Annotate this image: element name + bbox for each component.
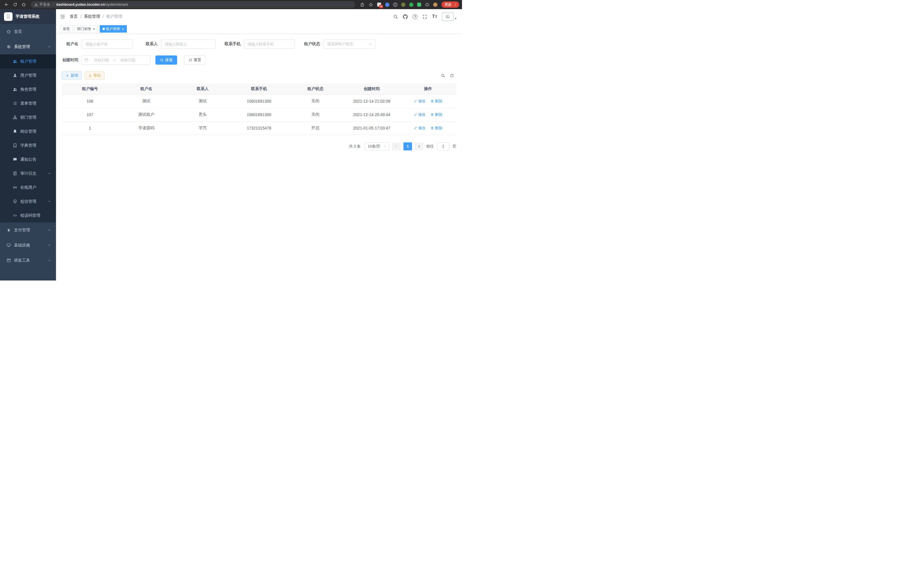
breadcrumb-home[interactable]: 首页 [70, 14, 78, 19]
tab-dept[interactable]: 部门管理 × [74, 25, 98, 33]
sidebar-item-sms[interactable]: 短信管理 [0, 194, 56, 208]
active-tab-dot [103, 28, 105, 30]
delete-link[interactable]: 删除 [430, 99, 442, 104]
breadcrumb-system[interactable]: 系统管理 [84, 14, 100, 19]
tab-home[interactable]: 首页 [60, 25, 73, 33]
sidebar-submenu-system: 租户管理 用户管理 角色管理 菜单管理 部门管理 [0, 54, 56, 223]
delete-link[interactable]: 删除 [430, 112, 442, 117]
search-icon[interactable] [393, 14, 398, 19]
page-number-button[interactable]: 1 [404, 142, 412, 150]
sidebar-item-dept[interactable]: 部门管理 [0, 110, 56, 124]
contact-input[interactable] [161, 39, 215, 49]
hide-search-icon[interactable] [441, 74, 445, 78]
sidebar-item-audit-log[interactable]: 审计日志 [0, 166, 56, 180]
url-host: dashboard.yudao.iocoder.cn [56, 3, 105, 7]
github-icon[interactable] [403, 14, 408, 19]
extensions-puzzle-icon[interactable] [424, 1, 430, 8]
sidebar-item-label: 首页 [14, 29, 51, 34]
chevron-right-icon [417, 145, 421, 148]
export-button[interactable]: 导出 [85, 71, 105, 80]
table-tools [441, 74, 456, 78]
sidebar-item-role[interactable]: 角色管理 [0, 82, 56, 96]
page-size-select[interactable]: 10条/页 [364, 142, 389, 150]
font-size-icon[interactable]: Tт [432, 14, 437, 19]
sidebar-item-notice[interactable]: 通知公告 [0, 152, 56, 166]
app-logo[interactable]: 芋道管理系统 [0, 9, 56, 24]
chrome-update-button[interactable]: 更新 [441, 2, 459, 8]
refresh-table-icon[interactable] [450, 74, 454, 78]
sidebar-item-label: 字典管理 [20, 143, 51, 148]
search-button[interactable]: 搜索 [155, 56, 177, 65]
help-icon[interactable]: ? [412, 14, 417, 19]
user-avatar-dropdown[interactable]: ▾ [442, 13, 456, 21]
profile-avatar-icon[interactable] [432, 1, 439, 8]
bookmark-star-icon[interactable] [367, 1, 375, 8]
sidebar-item-user[interactable]: 用户管理 [0, 68, 56, 82]
extension-shield-icon[interactable] [384, 1, 391, 8]
sidebar-item-label: 角色管理 [20, 87, 51, 92]
cell-tenant-name: 测试租户 [118, 108, 174, 121]
home-icon[interactable] [20, 1, 27, 8]
sidebar-item-post[interactable]: 岗位管理 [0, 124, 56, 138]
edit-link[interactable]: 修改 [414, 99, 425, 104]
fullscreen-icon[interactable] [422, 14, 427, 19]
chat-bubble-icon [13, 157, 17, 162]
chevron-down-icon [48, 244, 51, 247]
close-icon[interactable]: × [93, 27, 95, 31]
address-bar[interactable]: 不安全 dashboard.yudao.iocoder.cn/system/te… [31, 1, 355, 8]
extension-olive-icon[interactable] [400, 1, 406, 8]
date-range-picker[interactable]: - [82, 56, 150, 65]
sidebar-group-payment[interactable]: ¥ 支付管理 [0, 223, 56, 238]
extension-green-circle-icon[interactable] [408, 1, 415, 8]
sidebar-item-home[interactable]: 首页 [0, 24, 56, 39]
tab-label: 首页 [63, 27, 70, 32]
back-icon[interactable] [3, 1, 10, 8]
column-header: 操作 [400, 83, 456, 94]
update-label: 更新 [445, 2, 452, 7]
cell-create-time: 2021-12-14 21:02:09 [344, 94, 400, 108]
sidebar-group-devtools[interactable]: 研发工具 [0, 253, 56, 268]
edit-link[interactable]: 修改 [414, 112, 425, 117]
pencil-icon [414, 99, 417, 103]
delete-link[interactable]: 删除 [430, 126, 442, 131]
extension-green-square-icon[interactable] [416, 1, 423, 8]
prev-page-button[interactable] [392, 142, 400, 150]
close-icon[interactable]: × [122, 27, 124, 31]
tenant-name-input[interactable] [82, 39, 133, 49]
breadcrumb-separator: / [103, 14, 104, 19]
sidebar-item-label: 错误码管理 [20, 213, 51, 218]
reset-button[interactable]: 重置 [184, 56, 206, 65]
tab-tenant[interactable]: 租户管理 × [100, 25, 127, 33]
cell-tenant-id: 108 [62, 94, 118, 108]
sidebar-item-tenant[interactable]: 租户管理 [0, 54, 56, 68]
next-page-button[interactable] [415, 142, 423, 150]
date-start-input[interactable] [89, 58, 113, 62]
add-button[interactable]: 新增 [62, 71, 82, 80]
broadcast-icon [13, 185, 17, 190]
reload-icon[interactable] [11, 1, 19, 8]
table-toolbar: 新增 导出 [62, 71, 456, 80]
status-select[interactable]: 请选择租户状态 [323, 39, 375, 49]
share-icon[interactable] [358, 1, 366, 8]
sidebar-item-dict[interactable]: 字典管理 [0, 138, 56, 152]
logo-image [4, 12, 13, 21]
filter-row-1: 租户名 联系人 联系手机 租户状态 请选择租户状态 [62, 39, 456, 49]
date-end-input[interactable] [116, 58, 140, 62]
sidebar-item-label: 研发工具 [14, 258, 45, 263]
sidebar-group-system[interactable]: 系统管理 [0, 39, 56, 54]
site-security-chip[interactable]: 不安全 [34, 2, 50, 7]
pencil-icon [414, 126, 417, 130]
page-goto-input[interactable] [437, 142, 449, 150]
sidebar-item-menu[interactable]: 菜单管理 [0, 96, 56, 110]
pagination: 共 3 条 10条/页 1 前往 页 [62, 142, 456, 150]
kebab-menu-icon [454, 3, 458, 7]
sidebar-item-online-user[interactable]: 在线用户 [0, 180, 56, 194]
sidebar-fold-icon[interactable] [60, 14, 65, 19]
cell-tenant-name: 芋道源码 [118, 121, 174, 135]
sidebar-group-infra[interactable]: 基础设施 [0, 238, 56, 253]
extension-adblock-icon[interactable]: 10 [376, 1, 382, 8]
extension-dark-icon[interactable] [392, 1, 399, 8]
mobile-input[interactable] [244, 39, 295, 49]
edit-link[interactable]: 修改 [414, 126, 425, 131]
sidebar-item-error-code[interactable]: 错误码管理 [0, 208, 56, 223]
